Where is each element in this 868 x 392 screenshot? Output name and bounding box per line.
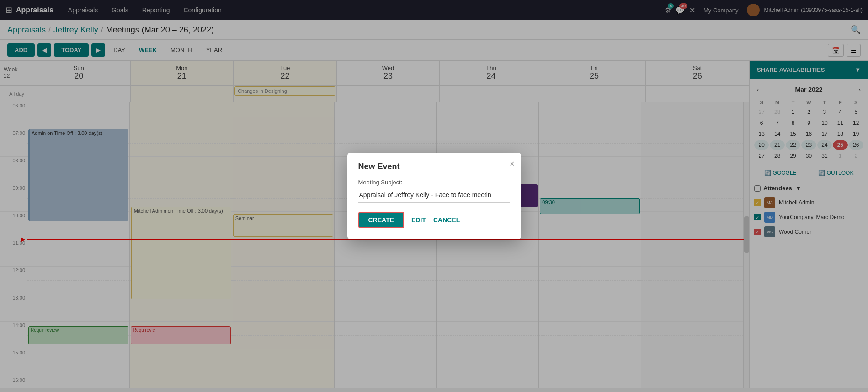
cancel-button[interactable]: CANCEL [433,216,460,224]
modal-overlay[interactable]: New Event × Meeting Subject: CREATE EDIT… [0,0,868,388]
modal-title: New Event [358,162,510,172]
create-button[interactable]: CREATE [358,212,405,228]
new-event-modal: New Event × Meeting Subject: CREATE EDIT… [347,153,521,239]
modal-actions: CREATE EDIT CANCEL [358,212,510,228]
meeting-subject-input[interactable] [358,188,510,203]
modal-subject-label: Meeting Subject: [358,179,510,186]
modal-close-button[interactable]: × [510,159,515,169]
edit-button[interactable]: EDIT [411,216,426,224]
